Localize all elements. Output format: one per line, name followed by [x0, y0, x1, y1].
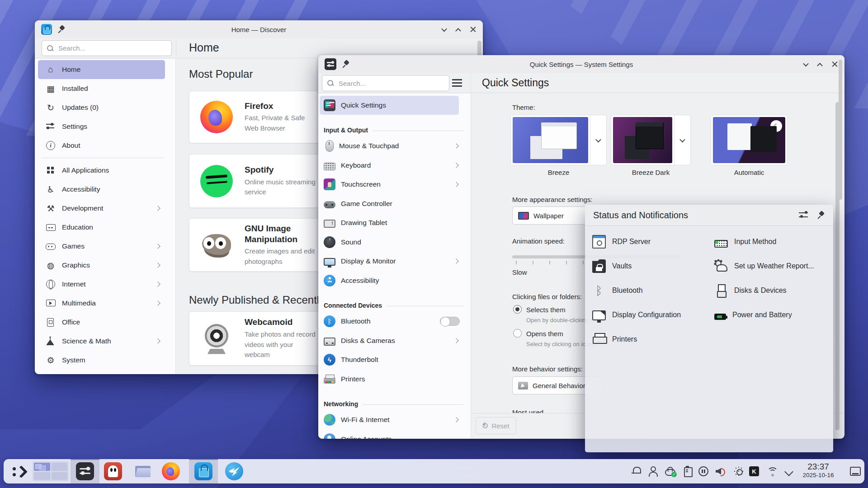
theme-card-breeze[interactable] [510, 115, 607, 165]
sidebar-item-graphics[interactable]: ◍Graphics [38, 256, 165, 275]
peek-desktop-icon[interactable] [850, 467, 861, 476]
sidebar-item-all-applications[interactable]: All Applications [38, 161, 165, 180]
maximize-button[interactable] [455, 28, 461, 33]
pager-desktop-2[interactable] [52, 463, 68, 471]
task-system-settings-icon[interactable] [76, 462, 94, 480]
popup-item-rdp[interactable]: RDP Server [592, 230, 681, 254]
settings-titlebar[interactable]: Quick Settings — System Settings [318, 55, 844, 73]
popup-item-vault[interactable]: Vaults [592, 254, 681, 278]
theme-card-breeze-dark[interactable] [611, 115, 691, 165]
user-icon[interactable] [647, 465, 659, 477]
app-launcher-icon[interactable] [11, 462, 27, 480]
sidebar-item-label: About [62, 141, 80, 150]
general-behavior-icon [518, 382, 528, 389]
more-appearance-label: More appearance settings: [512, 196, 593, 203]
settings-item-disks-cameras[interactable]: Disks & Cameras [318, 331, 471, 351]
theme-card-automatic[interactable]: ☾ [711, 115, 788, 165]
task-falkon-icon[interactable] [225, 462, 243, 480]
settings-item-display-monitor[interactable]: Display & Monitor [318, 252, 471, 271]
close-button[interactable] [832, 61, 838, 67]
discover-search[interactable] [42, 40, 172, 56]
wifi-icon[interactable] [767, 465, 778, 477]
settings-item-printers[interactable]: Printers [318, 370, 471, 389]
minimize-button[interactable] [803, 61, 809, 66]
keyboard-layout-icon[interactable]: K [749, 466, 759, 476]
settings-item-sound[interactable]: Sound [318, 233, 471, 252]
digital-clock[interactable]: 23:37 2025-10-16 [795, 462, 842, 479]
sidebar-item-internet[interactable]: Internet [38, 275, 165, 294]
virtual-desktop-pager[interactable] [33, 461, 69, 481]
settings-item-keyboard[interactable]: Keyboard [318, 156, 471, 175]
sidebar-item-games[interactable]: Games [38, 237, 165, 256]
sidebar-item-development[interactable]: ⚒Development [38, 199, 165, 218]
popup-item-printer[interactable]: Printers [592, 327, 681, 352]
sidebar-item-label: Education [62, 223, 93, 231]
volume-icon[interactable] [715, 465, 726, 477]
settings-item-mouse-touchpad[interactable]: Mouse & Touchpad [318, 136, 471, 156]
theme-dropdown-button[interactable] [590, 115, 606, 165]
sidebar-item-installed[interactable]: ▦Installed [38, 79, 165, 98]
popup-item-usb[interactable]: Disks & Devices [714, 278, 814, 303]
settings-item-wifi-internet[interactable]: Wi-Fi & Internet [318, 410, 471, 430]
settings-item-label: Drawing Tablet [341, 219, 387, 227]
sidebar-item-multimedia[interactable]: Multimedia [38, 294, 165, 313]
pin-icon[interactable] [817, 211, 825, 219]
popup-item-bt[interactable]: ᛒBluetooth [592, 278, 681, 303]
close-button[interactable] [470, 26, 476, 33]
settings-item-thunderbolt[interactable]: ϟThunderbolt [318, 350, 471, 370]
bluetooth-icon: ᛒ [324, 315, 335, 327]
radio-opens-them[interactable] [513, 329, 522, 338]
sidebar-item-education[interactable]: Education [38, 218, 165, 237]
pager-desktop-4[interactable] [52, 472, 68, 480]
reset-button[interactable]: Reset [476, 417, 516, 434]
sidebar-item-updates[interactable]: ↻Updates (0) [38, 98, 165, 117]
radio-selects-them[interactable] [513, 305, 522, 314]
sidebar-item-system[interactable]: ⚙System [38, 351, 165, 370]
settings-item-bluetooth[interactable]: ᛒBluetooth [318, 312, 471, 331]
configure-icon[interactable] [799, 211, 809, 219]
theme-dropdown-button[interactable] [674, 115, 690, 165]
firefox-icon [200, 101, 233, 133]
hamburger-menu-icon[interactable] [452, 79, 462, 87]
discover-titlebar[interactable]: Home — Discover [35, 20, 483, 38]
sidebar-item-about[interactable]: About [38, 136, 165, 155]
popup-item-batt[interactable]: Power and Battery [714, 303, 814, 327]
content-scrollbar[interactable] [835, 102, 840, 430]
task-firefox-icon[interactable] [162, 462, 180, 480]
task-discover-icon[interactable] [194, 462, 212, 480]
settings-item-drawing-tablet[interactable]: Drawing Tablet [318, 213, 471, 233]
sidebar-item-home[interactable]: ⌂Home [38, 60, 165, 79]
maximize-button[interactable] [817, 62, 823, 68]
settings-item-game-controller[interactable]: Game Controller [318, 194, 471, 214]
popup-item-kbd[interactable]: Input Method [714, 230, 814, 254]
brightness-icon[interactable] [733, 465, 745, 477]
clipboard-icon[interactable] [682, 465, 693, 477]
radio-sublabel: Select by clicking on icons [526, 341, 595, 347]
sidebar-item-science-math[interactable]: Science & Math [38, 332, 165, 351]
tray-expand-icon[interactable] [783, 465, 795, 477]
task-ghostwriter-icon[interactable] [104, 462, 122, 480]
search-input[interactable] [338, 79, 444, 88]
settings-search[interactable] [322, 75, 449, 91]
bluetooth-toggle[interactable] [440, 317, 460, 326]
search-input[interactable] [57, 44, 167, 52]
minimize-button[interactable] [441, 26, 447, 32]
pager-desktop-3[interactable] [34, 472, 50, 480]
settings-item-quick-settings[interactable]: Quick Settings [320, 96, 459, 115]
notifications-icon[interactable] [631, 465, 642, 477]
slider-min-label: Slow [512, 268, 527, 276]
task-file-manager-icon[interactable] [134, 462, 152, 480]
popup-item-weather[interactable]: Set up Weather Report... [714, 254, 814, 278]
settings-item-accessibility[interactable]: Accessibility [318, 271, 471, 291]
settings-item-online-accounts[interactable]: Online Accounts [318, 430, 471, 439]
sidebar-item-accessibility[interactable]: ♿Accessibility [38, 180, 165, 199]
pager-desktop-1[interactable] [34, 463, 50, 471]
media-pause-icon[interactable] [698, 465, 709, 477]
theme-preview-light [513, 117, 588, 163]
sidebar-item-office[interactable]: Office [38, 313, 165, 332]
cloud-sync-icon[interactable]: ✓ [664, 465, 676, 477]
settings-item-touchscreen[interactable]: Touchscreen [318, 175, 471, 194]
popup-item-display[interactable]: Display Configuration [592, 303, 681, 327]
kbd-icon [714, 240, 728, 248]
sidebar-item-settings[interactable]: Settings [38, 117, 165, 136]
